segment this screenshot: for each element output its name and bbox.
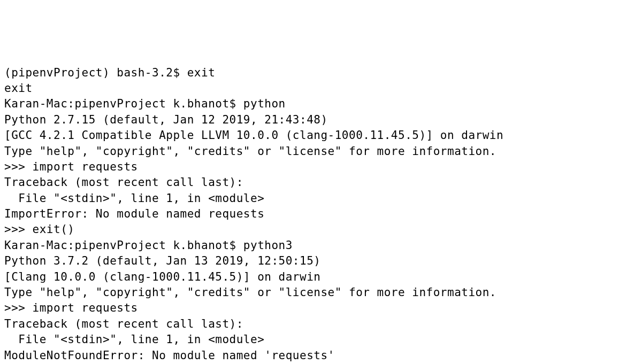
terminal-line: File "<stdin>", line 1, in <module>: [4, 191, 638, 206]
terminal-line: [GCC 4.2.1 Compatible Apple LLVM 10.0.0 …: [4, 128, 638, 143]
terminal-line: exit: [4, 81, 638, 96]
terminal-line: (pipenvProject) bash-3.2$ exit: [4, 65, 638, 81]
terminal-line: ModuleNotFoundError: No module named 're…: [4, 348, 638, 363]
terminal-line: Type "help", "copyright", "credits" or "…: [4, 285, 638, 300]
terminal-line: Karan-Mac:pipenvProject k.bhanot$ python…: [4, 238, 638, 253]
terminal-line: Python 2.7.15 (default, Jan 12 2019, 21:…: [4, 112, 638, 128]
terminal-line: >>> exit(): [4, 222, 638, 237]
terminal-line: File "<stdin>", line 1, in <module>: [4, 332, 638, 347]
terminal-line: Python 3.7.2 (default, Jan 13 2019, 12:5…: [4, 253, 638, 269]
terminal-line: [Clang 10.0.0 (clang-1000.11.45.5)] on d…: [4, 269, 638, 285]
terminal-line: Traceback (most recent call last):: [4, 316, 638, 332]
terminal-line: Karan-Mac:pipenvProject k.bhanot$ python: [4, 96, 638, 112]
terminal-line: >>> import requests: [4, 159, 638, 175]
terminal-line: Type "help", "copyright", "credits" or "…: [4, 144, 638, 159]
terminal-line: ImportError: No module named requests: [4, 206, 638, 222]
terminal-line: Traceback (most recent call last):: [4, 175, 638, 190]
terminal-line: >>> import requests: [4, 300, 638, 316]
terminal-window[interactable]: (pipenvProject) bash-3.2$ exitexitKaran-…: [4, 65, 638, 364]
